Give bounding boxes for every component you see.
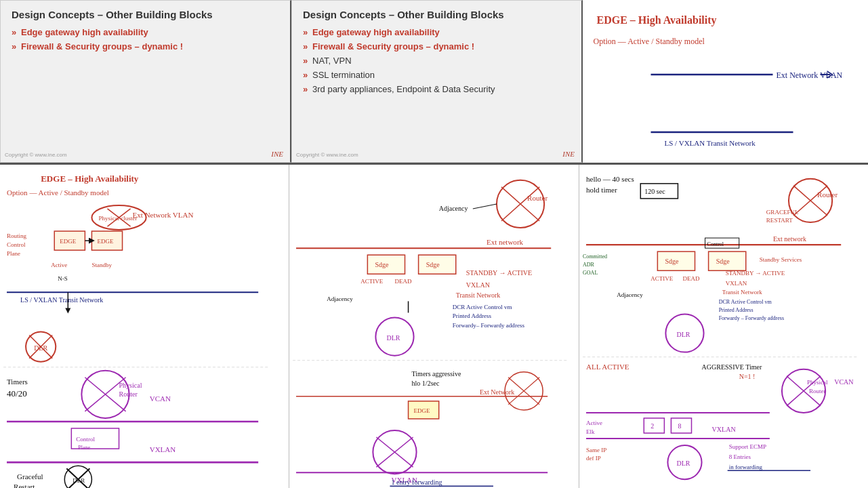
svg-text:DLR: DLR [73,477,85,484]
svg-text:120 sec: 120 sec [644,188,665,195]
list-item-r5: 3rd party appliances, Endpoint & Data Se… [303,84,571,94]
svg-text:Option  —  Active / Standby mo: Option — Active / Standby model [594,37,705,46]
svg-text:Elk: Elk [586,428,595,435]
svg-text:EDGE: EDGE [97,238,114,245]
svg-text:ALL ACTIVE: ALL ACTIVE [586,363,629,371]
svg-text:Committed: Committed [583,253,607,260]
svg-text:Adjacency: Adjacency [439,205,468,212]
svg-text:EDGE  –  High Availability: EDGE – High Availability [41,174,139,184]
svg-text:GOAL: GOAL [583,270,598,276]
svg-text:DCR Active Control vm: DCR Active Control vm [453,304,512,310]
svg-text:DLR: DLR [387,334,400,342]
svg-text:ADR: ADR [583,262,595,268]
watermark-left: INE [271,150,283,158]
svg-text:Adjacency: Adjacency [327,296,354,302]
svg-text:Sdge: Sdge [426,261,440,268]
svg-text:LS / VXLAN Transit Network: LS / VXLAN Transit Network [20,296,104,304]
svg-text:Transit Network: Transit Network [456,291,501,299]
svg-text:DLR: DLR [676,331,690,338]
slide-panel-left: Design Concepts – Other Building Blocks … [0,0,291,163]
svg-text:Active: Active [51,262,67,268]
svg-text:Option  —  Active / Standby mo: Option — Active / Standby model [7,188,109,197]
list-item-r1: Edge gateway high availability [303,27,571,37]
svg-text:Timers: Timers [7,378,28,386]
svg-text:Printed Address: Printed Address [453,312,492,319]
svg-text:VCAN: VCAN [834,378,853,386]
svg-text:GRACEFUL: GRACEFUL [766,209,799,216]
svg-text:Ext Network VLAN: Ext Network VLAN [777,70,843,80]
slide-panel-right: Design Concepts – Other Building Blocks … [291,0,583,163]
svg-text:VXLAN: VXLAN [711,426,735,433]
svg-marker-28 [65,308,70,313]
slide-title-left: Design Concepts – Other Building Blocks [12,9,279,20]
svg-text:8 Entries: 8 Entries [728,453,751,460]
slide-title-right: Design Concepts – Other Building Blocks [303,9,571,20]
svg-text:Active: Active [586,420,602,426]
svg-text:DCR Active Control vm: DCR Active Control vm [718,299,772,305]
svg-text:AGGRESSIVE Timer: AGGRESSIVE Timer [701,363,762,371]
svg-text:Support ECMP: Support ECMP [728,443,766,450]
svg-text:Sdge: Sdge [375,261,390,268]
svg-text:VCAN: VCAN [150,394,171,403]
svg-text:Plane: Plane [7,250,20,257]
slide-list-left: Edge gateway high availability Firewall … [12,27,279,56]
svg-text:N=1 !: N=1 ! [739,373,755,380]
list-item-1: Edge gateway high availability [12,27,279,37]
svg-text:EDGE  –  High Availability: EDGE – High Availability [597,14,717,26]
svg-text:Plane: Plane [78,445,90,451]
svg-text:ACTIVE: ACTIVE [361,278,384,285]
svg-text:Ext Network: Ext Network [480,388,515,396]
svg-text:Ext network: Ext network [773,235,807,243]
top-whiteboard: EDGE – High Availability Option — Active… [583,0,868,163]
svg-text:STANDBY → ACTIVE: STANDBY → ACTIVE [466,269,532,277]
svg-text:DEAD: DEAD [682,275,700,282]
wb-left-svg: EDGE – High Availability Option — Active… [0,165,289,488]
svg-text:Control: Control [707,241,724,247]
svg-text:Ext Network VLAN: Ext Network VLAN [133,211,194,219]
svg-text:DEAD: DEAD [395,278,413,285]
svg-text:Router: Router [817,190,838,199]
svg-text:LS / VXLAN Transit Network: LS / VXLAN Transit Network [665,139,756,147]
svg-text:Control: Control [7,241,26,248]
svg-text:RESTART: RESTART [766,217,793,224]
svg-text:Standby Services: Standby Services [759,256,802,263]
svg-text:Forwardy – Forwardy address: Forwardy – Forwardy address [718,315,783,321]
svg-text:VXLAN: VXLAN [150,445,176,453]
svg-text:Ext network: Ext network [487,238,524,246]
svg-text:ACTIVE: ACTIVE [650,275,674,282]
svg-text:Routing: Routing [7,232,27,239]
svg-text:Sdge: Sdge [716,258,730,265]
svg-text:DLR: DLR [34,344,47,352]
svg-text:EDGE: EDGE [60,238,77,245]
list-item-r4: SSL termination [303,70,571,80]
svg-text:Forwardy– Forwardy address: Forwardy– Forwardy address [453,322,525,329]
svg-text:Control: Control [76,436,95,443]
list-item-r3: NAT, VPN [303,56,571,66]
svg-line-59 [473,204,497,209]
svg-text:N-S: N-S [58,275,68,282]
svg-text:Adjacency: Adjacency [617,291,643,298]
svg-text:1 entry forwarding: 1 entry forwarding [392,479,442,486]
svg-text:Physical: Physical [119,382,142,389]
svg-text:Standby: Standby [91,262,112,268]
svg-rect-139 [644,418,664,433]
wb-center-svg: Router Adjacency Ext network Sdge Sdge A… [289,165,578,488]
svg-text:Sdge: Sdge [665,258,679,265]
svg-text:VXLAN: VXLAN [466,281,490,289]
svg-text:hold timer: hold timer [586,186,617,194]
copyright-left: Copyright © www.ine.com [5,152,67,158]
bottom-row: EDGE – High Availability Option — Active… [0,165,868,488]
svg-text:Timers aggressive: Timers aggressive [412,370,461,378]
svg-text:Printed Address: Printed Address [718,307,753,313]
top-whiteboard-svg: EDGE – High Availability Option — Active… [583,0,868,163]
svg-text:EDGE: EDGE [414,407,431,414]
svg-text:DLR: DLR [676,460,690,467]
svg-text:40/20: 40/20 [7,388,27,399]
slide-list-right: Edge gateway high availability Firewall … [303,27,571,98]
svg-text:Router: Router [119,390,138,398]
whiteboard-center: Router Adjacency Ext network Sdge Sdge A… [289,165,579,488]
list-item-2: Firewall & Security groups – dynamic ! [12,41,279,52]
svg-text:Physical: Physical [807,379,828,386]
whiteboard-left: EDGE – High Availability Option — Active… [0,165,289,488]
svg-text:Router: Router [809,388,826,394]
